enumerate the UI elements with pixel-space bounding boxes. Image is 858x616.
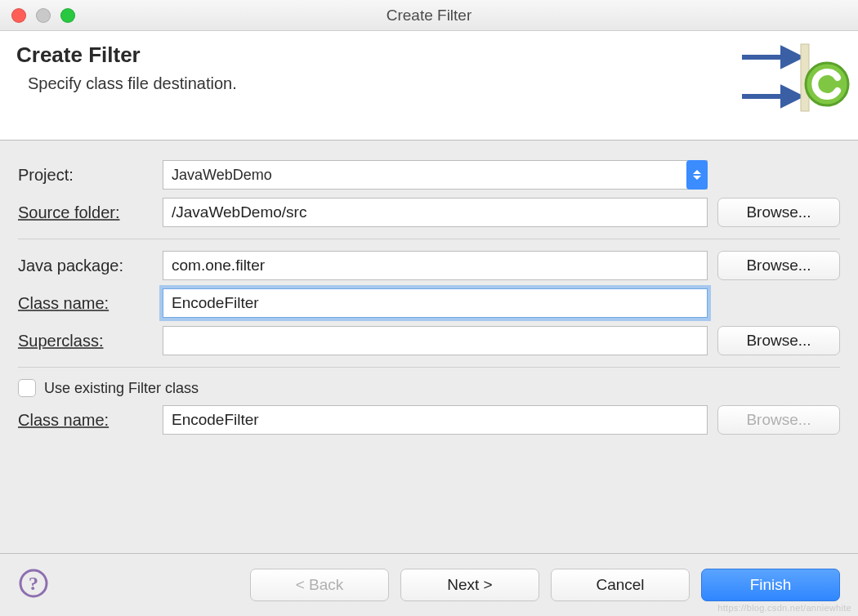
window-title: Create Filter	[0, 7, 858, 25]
watermark: https://blog.csdn.net/anniewhite	[717, 603, 851, 613]
next-button[interactable]: Next >	[400, 569, 539, 601]
source-folder-row: Source folder: Browse...	[18, 198, 840, 227]
project-label: Project:	[18, 166, 153, 185]
svg-text:?: ?	[29, 573, 38, 594]
existing-class-name-row: Class name: Browse...	[18, 405, 840, 435]
superclass-label: Superclass:	[18, 332, 153, 350]
help-button[interactable]: ?	[18, 568, 49, 603]
superclass-row: Superclass: Browse...	[18, 326, 840, 355]
svg-marker-3	[783, 88, 799, 105]
java-package-row: Java package: Browse...	[18, 251, 840, 280]
browse-source-folder-button[interactable]: Browse...	[717, 198, 840, 227]
class-name-input[interactable]	[163, 288, 708, 318]
java-package-label: Java package:	[18, 257, 153, 275]
use-existing-row: Use existing Filter class	[18, 379, 840, 397]
titlebar: Create Filter	[0, 0, 858, 31]
existing-class-name-input[interactable]	[163, 405, 708, 435]
class-name-label: Class name:	[18, 294, 153, 313]
class-name-row: Class name:	[18, 288, 840, 318]
select-caret-icon	[686, 160, 708, 190]
dialog-header: Create Filter Specify class file destina…	[0, 31, 858, 141]
superclass-input[interactable]	[163, 326, 708, 355]
browse-java-package-button[interactable]: Browse...	[717, 251, 840, 280]
svg-marker-1	[783, 49, 799, 65]
page-title: Create Filter	[16, 42, 237, 68]
project-row: Project: JavaWebDemo	[18, 160, 840, 190]
close-window-button[interactable]	[11, 8, 26, 23]
window-controls	[11, 8, 75, 23]
browse-existing-class-button: Browse...	[717, 405, 840, 435]
project-select[interactable]: JavaWebDemo	[163, 160, 708, 190]
wizard-banner-icon	[735, 39, 850, 125]
browse-superclass-button[interactable]: Browse...	[717, 326, 840, 355]
minimize-window-button[interactable]	[36, 8, 51, 23]
zoom-window-button[interactable]	[60, 8, 75, 23]
use-existing-label: Use existing Filter class	[44, 380, 199, 397]
source-folder-input[interactable]	[163, 198, 708, 227]
java-package-input[interactable]	[163, 251, 708, 280]
use-existing-checkbox[interactable]	[18, 379, 36, 397]
separator	[18, 367, 840, 368]
source-folder-label: Source folder:	[18, 203, 153, 222]
page-subtitle: Specify class file destination.	[28, 74, 237, 93]
project-value: JavaWebDemo	[172, 167, 272, 184]
finish-button[interactable]: Finish	[701, 569, 840, 601]
cancel-button[interactable]: Cancel	[551, 569, 690, 601]
separator	[18, 239, 840, 239]
form-area: Project: JavaWebDemo Source folder: Brow…	[0, 141, 858, 435]
existing-class-name-label: Class name:	[18, 411, 153, 430]
back-button: < Back	[250, 569, 389, 601]
